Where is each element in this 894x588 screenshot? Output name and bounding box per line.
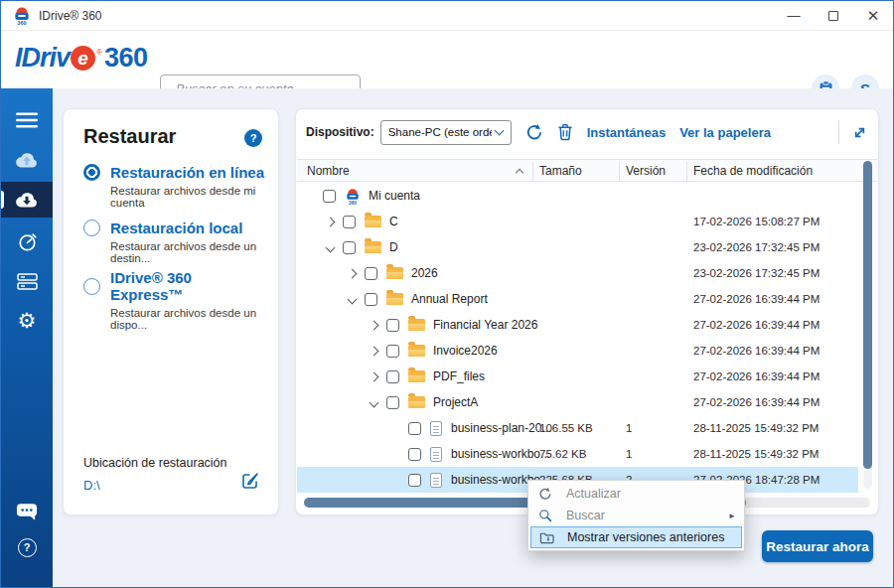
row-checkbox[interactable]: [408, 474, 421, 487]
menu-item-refresh[interactable]: Actualizar: [530, 483, 742, 505]
sidebar-item-devices[interactable]: [1, 263, 53, 299]
table-row[interactable]: business-workbo... 75.62 KB 1 28-11-2025…: [297, 441, 858, 467]
row-checkbox[interactable]: [365, 293, 377, 306]
table-row[interactable]: business-plan-20... 106.55 KB 1 28-11-20…: [297, 415, 858, 441]
column-size[interactable]: Tamaño: [539, 164, 582, 178]
close-button[interactable]: ✕: [853, 1, 893, 30]
chevron-right-icon[interactable]: [370, 320, 379, 330]
chevron-right-icon[interactable]: [348, 268, 358, 278]
sidebar: ⚙ ?: [1, 88, 53, 587]
chevron-down-icon[interactable]: [370, 397, 379, 407]
menu-item-show-previous-versions[interactable]: Mostrar versiones anteriores: [530, 526, 742, 548]
option-desc: Restaurar archivos desde un dispo...: [110, 307, 268, 331]
row-checkbox[interactable]: [343, 216, 356, 228]
device-select-value: Shane-PC (este orde...: [388, 126, 492, 138]
view-trash-link[interactable]: Ver la papelera: [679, 125, 771, 140]
chevron-right-icon[interactable]: [370, 371, 379, 381]
row-checkbox[interactable]: [386, 396, 399, 409]
expand-view-button[interactable]: [851, 124, 868, 141]
brand-logo: IDriv e ® 360: [15, 43, 148, 74]
edit-pencil-icon: [241, 471, 260, 490]
logo-registered-mark: ®: [96, 48, 102, 57]
row-date: 27-02-2026 16:39:44 PM: [693, 370, 820, 382]
delete-button[interactable]: [557, 123, 573, 141]
folder-icon: [365, 216, 381, 227]
vertical-scrollbar[interactable]: [863, 161, 872, 489]
account-icon: 360: [345, 188, 361, 205]
row-name: business-workbo...: [451, 447, 550, 461]
sidebar-item-help[interactable]: ?: [1, 529, 53, 565]
row-version: 1: [626, 448, 632, 460]
column-date[interactable]: Fecha de modificación: [693, 164, 813, 178]
versions-folder-icon: [537, 530, 555, 544]
toolbar-divider: [838, 120, 839, 144]
row-date: 23-02-2026 17:32:45 PM: [693, 241, 820, 253]
restore-location-value: D:\: [83, 478, 100, 493]
column-version[interactable]: Versión: [626, 164, 666, 178]
device-select[interactable]: Shane-PC (este orde...: [380, 120, 512, 145]
panel-title: Restaurar: [83, 125, 176, 148]
table-row[interactable]: ProjectA 27-02-2026 16:39:44 PM: [297, 389, 858, 415]
maximize-button[interactable]: [814, 1, 853, 30]
edit-location-button[interactable]: [241, 471, 260, 494]
table-row[interactable]: 2026 23-02-2026 17:32:45 PM: [297, 260, 858, 286]
table-row[interactable]: PDF_files 27-02-2026 16:39:44 PM: [297, 364, 858, 389]
context-menu: Actualizar Buscar ► Mostrar versiones an…: [527, 480, 745, 551]
table-row[interactable]: C 17-02-2026 15:08:27 PM: [297, 209, 858, 234]
table-row[interactable]: Invoice2026 27-02-2026 16:39:44 PM: [297, 338, 858, 364]
table-row[interactable]: D 23-02-2026 17:32:45 PM: [297, 234, 858, 260]
chevron-down-icon[interactable]: [326, 242, 336, 252]
restore-now-button[interactable]: Restaurar ahora: [762, 530, 873, 562]
table-row[interactable]: Annual Report 27-02-2026 16:39:44 PM: [297, 286, 858, 312]
table-row[interactable]: Financial Year 2026 27-02-2026 16:39:44 …: [297, 312, 858, 338]
app-logo-icon: 360: [13, 6, 31, 26]
expand-icon: [851, 124, 868, 141]
row-name: PDF_files: [433, 369, 485, 383]
chevron-down-icon[interactable]: [348, 294, 358, 304]
panel-help-icon[interactable]: ?: [244, 129, 262, 147]
radio-selected[interactable]: [83, 164, 100, 181]
column-name[interactable]: Nombre: [307, 164, 350, 178]
chevron-right-icon[interactable]: [370, 346, 379, 356]
row-checkbox[interactable]: [343, 241, 356, 254]
row-date: 23-02-2026 17:32:45 PM: [693, 267, 820, 279]
sidebar-item-feedback[interactable]: [1, 494, 53, 529]
menu-item-search[interactable]: Buscar ►: [530, 505, 742, 526]
row-checkbox[interactable]: [365, 267, 377, 280]
minimize-button[interactable]: —: [774, 1, 814, 30]
app-window: 360 IDrive® 360 — ✕ IDriv e ® 360: [0, 0, 894, 588]
row-checkbox[interactable]: [408, 448, 421, 461]
chevron-right-icon[interactable]: [326, 217, 336, 226]
radio-unselected[interactable]: [83, 278, 100, 295]
row-checkbox[interactable]: [386, 345, 399, 358]
option-online-restore[interactable]: Restauración en línea Restaurar archivos…: [83, 164, 268, 209]
maximize-icon: [828, 11, 838, 21]
row-date: 27-02-2026 16:39:44 PM: [693, 345, 820, 357]
option-express-restore[interactable]: IDrive® 360 Express™ Restaurar archivos …: [83, 269, 268, 331]
sidebar-item-scheduler[interactable]: [1, 223, 53, 259]
logo-360: 360: [104, 43, 148, 74]
sidebar-item-backup[interactable]: [1, 142, 53, 178]
sidebar-item-settings[interactable]: ⚙: [1, 303, 53, 339]
row-checkbox[interactable]: [408, 422, 421, 435]
folder-icon: [408, 345, 425, 357]
search-icon: [536, 509, 554, 522]
menu-item-label: Buscar: [566, 509, 605, 522]
folder-icon: [408, 319, 425, 331]
vertical-scrollbar-thumb[interactable]: [863, 161, 872, 469]
chevron-down-icon: [494, 126, 504, 136]
folder-icon: [386, 293, 403, 305]
snapshots-link[interactable]: Instantáneas: [587, 125, 666, 140]
radio-unselected[interactable]: [83, 220, 100, 236]
sidebar-item-restore[interactable]: [1, 182, 53, 218]
row-checkbox[interactable]: [386, 370, 399, 383]
option-local-restore[interactable]: Restauración local Restaurar archivos de…: [83, 220, 268, 264]
option-label: Restauración en línea: [110, 164, 264, 181]
refresh-button[interactable]: [525, 123, 543, 141]
row-checkbox[interactable]: [323, 190, 336, 203]
table-row[interactable]: 360 Mi cuenta: [297, 183, 858, 209]
sidebar-item-menu[interactable]: [1, 102, 53, 138]
row-name: Mi cuenta: [369, 189, 420, 203]
folder-icon: [386, 267, 403, 279]
row-checkbox[interactable]: [386, 319, 399, 332]
